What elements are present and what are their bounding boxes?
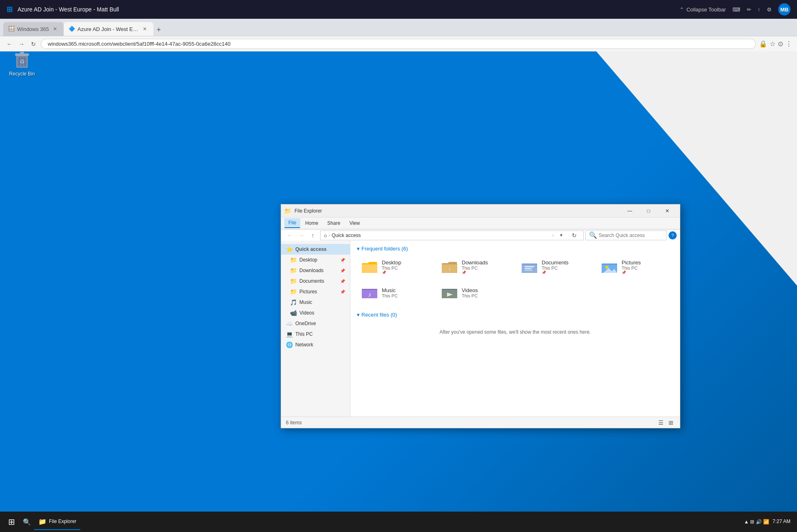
fe-menu-share[interactable]: Share	[323, 219, 344, 228]
downloads-folder-icon: 📁	[290, 267, 297, 274]
svg-rect-15	[525, 266, 534, 267]
folder-item-music[interactable]: ♪ Music This PC	[357, 282, 434, 304]
tiles-view-btn[interactable]: ⊞	[667, 419, 675, 427]
tab-close-2[interactable]: ✕	[141, 25, 148, 33]
sidebar-item-videos[interactable]: 📹 Videos	[281, 308, 350, 318]
toolbar-action-2[interactable]: ✏	[747, 7, 751, 13]
taskbar-fe-icon: 📁	[38, 518, 46, 525]
sidebar-item-desktop[interactable]: 📁 Desktop 📌	[281, 255, 350, 265]
browser-chrome: ⊞ Azure AD Join - West Europe - Matt Bul…	[0, 0, 797, 33]
fe-address-bar[interactable]: ⌂ › Quick access › ▼ ↻	[320, 231, 584, 240]
sidebar-music-label: Music	[299, 299, 312, 305]
browser-actions: 🔒 ☆ ⊙ ⋮	[759, 40, 792, 48]
folder-item-desktop[interactable]: Desktop This PC 📌	[357, 256, 434, 278]
sidebar-downloads-label: Downloads	[299, 268, 323, 273]
recycle-bin-icon-container[interactable]: ♻ Recycle Bin	[6, 49, 38, 77]
fe-address-dropdown[interactable]: ▼	[556, 230, 567, 241]
toolbar-action-1[interactable]: ⌨	[733, 7, 740, 13]
desktop-folder-svg	[361, 260, 378, 275]
recent-files-label: Recent files (0)	[361, 312, 397, 318]
sys-time: 7:27 AM	[773, 519, 790, 525]
browser-star-btn[interactable]: ☆	[770, 40, 775, 48]
browser-menu-btn[interactable]: ⋮	[786, 40, 792, 48]
fe-menu-home[interactable]: Home	[301, 219, 322, 228]
fe-search-box[interactable]: 🔍	[585, 231, 667, 240]
toolbar-action-3[interactable]: ↑	[758, 7, 761, 13]
pictures-folder-icon-wrapper	[601, 260, 618, 275]
file-explorer-window: 📁 File Explorer — □ ✕ File Home Share Vi…	[281, 204, 680, 428]
music-folder-info: Music This PC	[382, 287, 398, 298]
browser-forward-btn[interactable]: →	[17, 39, 26, 49]
tab-azure[interactable]: 🔷 Azure AD Join - West Euro... ✕	[64, 22, 153, 36]
fe-icon: 📁	[284, 208, 291, 214]
sys-tray-icons: ▲ ⊞ 🔊 📶	[744, 519, 769, 525]
svg-point-20	[605, 266, 609, 269]
collapse-toolbar-btn[interactable]: ⌃ Collapse Toolbar	[680, 7, 726, 13]
recent-files-header[interactable]: ▾ Recent files (0)	[357, 312, 673, 318]
videos-folder-icon-wrapper	[441, 285, 458, 300]
fe-maximize-btn[interactable]: □	[639, 204, 658, 217]
fe-search-input[interactable]	[599, 233, 663, 238]
fe-close-btn[interactable]: ✕	[658, 204, 677, 217]
fe-help-btn[interactable]: ?	[669, 231, 677, 239]
downloads-folder-icon-wrapper: ↓	[441, 260, 458, 275]
this-pc-icon: 💻	[286, 331, 293, 337]
start-icon: ⊞	[8, 517, 15, 527]
tab-favicon-2: 🔷	[69, 26, 75, 32]
sidebar-item-this-pc[interactable]: 💻 This PC	[281, 329, 350, 339]
statusbar-views: ☰ ⊞	[657, 419, 675, 427]
desktop: ♻ Recycle Bin ⊞ Azure AD Join - West Eur…	[0, 0, 797, 532]
browser-back-btn[interactable]: ←	[5, 39, 14, 49]
sidebar-item-documents[interactable]: 📁 Documents 📌	[281, 276, 350, 286]
browser-extensions-btn[interactable]: 🔒	[759, 40, 767, 48]
videos-folder-svg	[441, 285, 458, 300]
folder-item-documents[interactable]: Documents This PC 📌	[517, 256, 593, 278]
svg-text:♪: ♪	[368, 291, 371, 298]
sidebar-item-quick-access[interactable]: ⭐ Quick access	[281, 244, 350, 255]
fe-titlebar: 📁 File Explorer — □ ✕	[281, 204, 680, 217]
taskbar-search-btn[interactable]: 🔍	[20, 514, 34, 529]
taskbar-file-explorer[interactable]: 📁 File Explorer	[34, 514, 80, 530]
fe-up-btn[interactable]: ↑	[307, 230, 319, 241]
user-avatar[interactable]: MB	[778, 3, 790, 16]
fe-minimize-btn[interactable]: —	[620, 204, 639, 217]
fe-menu-file[interactable]: File	[284, 218, 300, 228]
system-clock[interactable]: 7:27 AM	[773, 519, 790, 525]
sidebar-quick-access-label: Quick access	[295, 246, 327, 252]
fe-main: ⭐ Quick access 📁 Desktop 📌 📁 Downloads 📌…	[281, 241, 680, 417]
pin-icon-documents: 📌	[340, 279, 345, 284]
sidebar-item-pictures[interactable]: 📁 Pictures 📌	[281, 286, 350, 297]
fe-refresh-btn[interactable]: ↻	[569, 230, 580, 241]
frequent-folders-label: Frequent folders (6)	[361, 246, 408, 252]
fe-back-btn[interactable]: ←	[284, 230, 296, 241]
quick-access-icon: ⭐	[286, 246, 293, 253]
sidebar-item-network[interactable]: 🌐 Network	[281, 339, 350, 350]
browser-refresh-btn[interactable]: ↻	[29, 39, 38, 49]
taskbar-sys-tray: ▲ ⊞ 🔊 📶 7:27 AM	[744, 519, 794, 525]
documents-folder-svg	[521, 260, 538, 275]
onedrive-icon: ☁️	[286, 320, 293, 327]
downloads-folder-info: Downloads This PC 📌	[462, 259, 488, 275]
documents-folder-icon-wrapper	[521, 260, 538, 275]
frequent-folders-header[interactable]: ▾ Frequent folders (6)	[357, 246, 673, 252]
browser-profile-btn[interactable]: ⊙	[778, 40, 783, 48]
sidebar-item-onedrive[interactable]: ☁️ OneDrive	[281, 318, 350, 329]
new-tab-button[interactable]: +	[153, 24, 164, 36]
fe-forward-btn[interactable]: →	[296, 230, 307, 241]
details-view-btn[interactable]: ☰	[657, 419, 665, 427]
sidebar-item-music[interactable]: 🎵 Music	[281, 297, 350, 308]
fe-menu-view[interactable]: View	[345, 219, 364, 228]
tab-close-1[interactable]: ✕	[51, 25, 59, 33]
address-input[interactable]	[41, 39, 756, 49]
fe-sidebar: ⭐ Quick access 📁 Desktop 📌 📁 Downloads 📌…	[281, 241, 350, 417]
taskbar-search-icon: 🔍	[23, 518, 31, 526]
folder-grid: Desktop This PC 📌 ↓	[357, 256, 673, 304]
folder-item-pictures[interactable]: Pictures This PC 📌	[597, 256, 673, 278]
folder-item-downloads[interactable]: ↓ Downloads This PC 📌	[437, 256, 514, 278]
folder-item-videos[interactable]: Videos This PC	[437, 282, 514, 304]
taskbar-start-btn[interactable]: ⊞	[3, 514, 20, 530]
toolbar-settings[interactable]: ⚙	[767, 7, 772, 13]
breadcrumb-path: Quick access	[332, 233, 551, 238]
tab-windows365[interactable]: 🪟 Windows 365 ✕	[3, 22, 64, 36]
sidebar-item-downloads[interactable]: 📁 Downloads 📌	[281, 265, 350, 276]
